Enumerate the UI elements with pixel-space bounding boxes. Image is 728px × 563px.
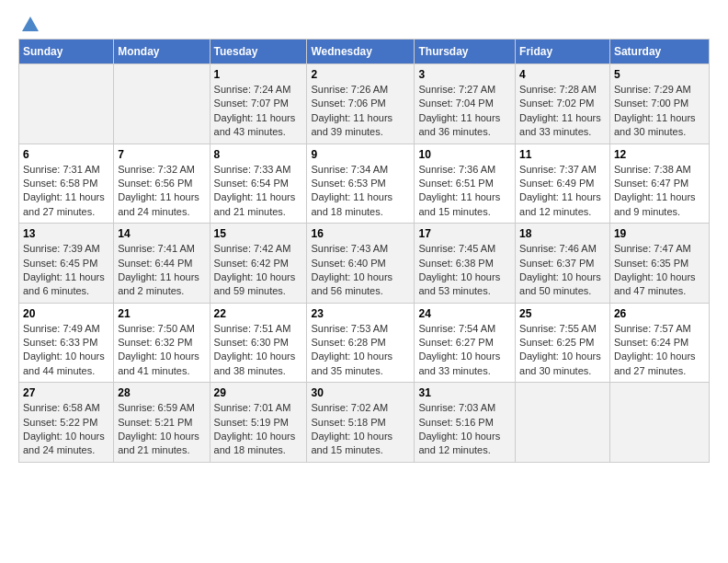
day-cell: 3Sunrise: 7:27 AMSunset: 7:04 PMDaylight…	[415, 64, 516, 144]
day-info: Sunrise: 7:55 AMSunset: 6:25 PMDaylight:…	[519, 322, 606, 379]
day-info: Sunrise: 7:27 AMSunset: 7:04 PMDaylight:…	[418, 83, 511, 140]
day-cell: 31Sunrise: 7:03 AMSunset: 5:16 PMDayligh…	[415, 383, 516, 463]
page-header	[18, 18, 710, 29]
day-info: Sunrise: 7:37 AMSunset: 6:49 PMDaylight:…	[519, 163, 606, 220]
calendar-table: SundayMondayTuesdayWednesdayThursdayFrid…	[18, 39, 710, 463]
logo-icon	[20, 15, 40, 35]
day-number: 10	[418, 148, 511, 161]
day-number: 2	[311, 68, 410, 81]
day-info: Sunrise: 7:53 AMSunset: 6:28 PMDaylight:…	[311, 322, 410, 379]
day-cell: 15Sunrise: 7:42 AMSunset: 6:42 PMDayligh…	[210, 224, 307, 304]
day-cell: 2Sunrise: 7:26 AMSunset: 7:06 PMDaylight…	[307, 64, 415, 144]
day-cell	[114, 64, 210, 144]
day-cell: 8Sunrise: 7:33 AMSunset: 6:54 PMDaylight…	[210, 144, 307, 224]
day-info: Sunrise: 7:51 AMSunset: 6:30 PMDaylight:…	[214, 322, 303, 379]
day-info: Sunrise: 7:36 AMSunset: 6:51 PMDaylight:…	[418, 163, 511, 220]
day-info: Sunrise: 7:02 AMSunset: 5:18 PMDaylight:…	[311, 401, 410, 458]
day-cell: 16Sunrise: 7:43 AMSunset: 6:40 PMDayligh…	[307, 224, 415, 304]
day-cell: 4Sunrise: 7:28 AMSunset: 7:02 PMDaylight…	[516, 64, 610, 144]
day-number: 9	[311, 148, 410, 161]
day-info: Sunrise: 7:28 AMSunset: 7:02 PMDaylight:…	[519, 83, 606, 140]
day-cell: 12Sunrise: 7:38 AMSunset: 6:47 PMDayligh…	[609, 144, 709, 224]
day-cell: 22Sunrise: 7:51 AMSunset: 6:30 PMDayligh…	[210, 303, 307, 383]
week-row-1: 1Sunrise: 7:24 AMSunset: 7:07 PMDaylight…	[19, 64, 710, 144]
day-number: 26	[614, 307, 705, 320]
day-info: Sunrise: 6:59 AMSunset: 5:21 PMDaylight:…	[118, 401, 205, 458]
day-number: 14	[118, 227, 205, 240]
day-number: 18	[519, 227, 606, 240]
day-info: Sunrise: 7:32 AMSunset: 6:56 PMDaylight:…	[118, 163, 205, 220]
day-info: Sunrise: 7:39 AMSunset: 6:45 PMDaylight:…	[23, 242, 109, 299]
day-number: 24	[418, 307, 511, 320]
day-info: Sunrise: 7:50 AMSunset: 6:32 PMDaylight:…	[118, 322, 205, 379]
day-number: 27	[23, 386, 109, 399]
day-number: 7	[118, 148, 205, 161]
week-row-2: 6Sunrise: 7:31 AMSunset: 6:58 PMDaylight…	[19, 144, 710, 224]
day-cell: 11Sunrise: 7:37 AMSunset: 6:49 PMDayligh…	[516, 144, 610, 224]
day-info: Sunrise: 7:24 AMSunset: 7:07 PMDaylight:…	[214, 83, 303, 140]
day-cell: 20Sunrise: 7:49 AMSunset: 6:33 PMDayligh…	[19, 303, 114, 383]
day-info: Sunrise: 7:49 AMSunset: 6:33 PMDaylight:…	[23, 322, 109, 379]
day-cell: 26Sunrise: 7:57 AMSunset: 6:24 PMDayligh…	[609, 303, 709, 383]
day-cell: 29Sunrise: 7:01 AMSunset: 5:19 PMDayligh…	[210, 383, 307, 463]
day-info: Sunrise: 7:26 AMSunset: 7:06 PMDaylight:…	[311, 83, 410, 140]
day-number: 15	[214, 227, 303, 240]
day-info: Sunrise: 7:43 AMSunset: 6:40 PMDaylight:…	[311, 242, 410, 299]
day-number: 16	[311, 227, 410, 240]
day-number: 28	[118, 386, 205, 399]
header-sunday: Sunday	[19, 40, 114, 64]
day-info: Sunrise: 7:46 AMSunset: 6:37 PMDaylight:…	[519, 242, 606, 299]
header-wednesday: Wednesday	[307, 40, 415, 64]
day-info: Sunrise: 7:42 AMSunset: 6:42 PMDaylight:…	[214, 242, 303, 299]
day-cell	[609, 383, 709, 463]
day-info: Sunrise: 6:58 AMSunset: 5:22 PMDaylight:…	[23, 401, 109, 458]
day-number: 5	[614, 68, 705, 81]
day-number: 13	[23, 227, 109, 240]
day-number: 4	[519, 68, 606, 81]
day-cell: 27Sunrise: 6:58 AMSunset: 5:22 PMDayligh…	[19, 383, 114, 463]
day-info: Sunrise: 7:31 AMSunset: 6:58 PMDaylight:…	[23, 163, 109, 220]
day-cell: 10Sunrise: 7:36 AMSunset: 6:51 PMDayligh…	[415, 144, 516, 224]
week-row-5: 27Sunrise: 6:58 AMSunset: 5:22 PMDayligh…	[19, 383, 710, 463]
day-number: 8	[214, 148, 303, 161]
logo	[18, 18, 40, 29]
day-number: 23	[311, 307, 410, 320]
day-info: Sunrise: 7:54 AMSunset: 6:27 PMDaylight:…	[418, 322, 511, 379]
day-number: 1	[214, 68, 303, 81]
day-info: Sunrise: 7:34 AMSunset: 6:53 PMDaylight:…	[311, 163, 410, 220]
week-row-3: 13Sunrise: 7:39 AMSunset: 6:45 PMDayligh…	[19, 224, 710, 304]
day-number: 19	[614, 227, 705, 240]
day-info: Sunrise: 7:45 AMSunset: 6:38 PMDaylight:…	[418, 242, 511, 299]
day-cell: 28Sunrise: 6:59 AMSunset: 5:21 PMDayligh…	[114, 383, 210, 463]
day-number: 21	[118, 307, 205, 320]
header-row: SundayMondayTuesdayWednesdayThursdayFrid…	[19, 40, 710, 64]
day-cell: 21Sunrise: 7:50 AMSunset: 6:32 PMDayligh…	[114, 303, 210, 383]
week-row-4: 20Sunrise: 7:49 AMSunset: 6:33 PMDayligh…	[19, 303, 710, 383]
day-cell: 25Sunrise: 7:55 AMSunset: 6:25 PMDayligh…	[516, 303, 610, 383]
day-info: Sunrise: 7:57 AMSunset: 6:24 PMDaylight:…	[614, 322, 705, 379]
day-cell: 30Sunrise: 7:02 AMSunset: 5:18 PMDayligh…	[307, 383, 415, 463]
day-number: 25	[519, 307, 606, 320]
day-info: Sunrise: 7:01 AMSunset: 5:19 PMDaylight:…	[214, 401, 303, 458]
day-number: 3	[418, 68, 511, 81]
day-number: 22	[214, 307, 303, 320]
day-number: 11	[519, 148, 606, 161]
day-number: 20	[23, 307, 109, 320]
header-tuesday: Tuesday	[210, 40, 307, 64]
day-number: 17	[418, 227, 511, 240]
day-cell: 13Sunrise: 7:39 AMSunset: 6:45 PMDayligh…	[19, 224, 114, 304]
day-cell	[19, 64, 114, 144]
day-info: Sunrise: 7:47 AMSunset: 6:35 PMDaylight:…	[614, 242, 705, 299]
day-cell: 18Sunrise: 7:46 AMSunset: 6:37 PMDayligh…	[516, 224, 610, 304]
day-cell: 9Sunrise: 7:34 AMSunset: 6:53 PMDaylight…	[307, 144, 415, 224]
svg-marker-0	[22, 17, 39, 31]
header-monday: Monday	[114, 40, 210, 64]
day-info: Sunrise: 7:03 AMSunset: 5:16 PMDaylight:…	[418, 401, 511, 458]
day-info: Sunrise: 7:29 AMSunset: 7:00 PMDaylight:…	[614, 83, 705, 140]
day-info: Sunrise: 7:38 AMSunset: 6:47 PMDaylight:…	[614, 163, 705, 220]
day-cell: 14Sunrise: 7:41 AMSunset: 6:44 PMDayligh…	[114, 224, 210, 304]
header-saturday: Saturday	[609, 40, 709, 64]
day-number: 6	[23, 148, 109, 161]
day-number: 12	[614, 148, 705, 161]
day-cell: 1Sunrise: 7:24 AMSunset: 7:07 PMDaylight…	[210, 64, 307, 144]
